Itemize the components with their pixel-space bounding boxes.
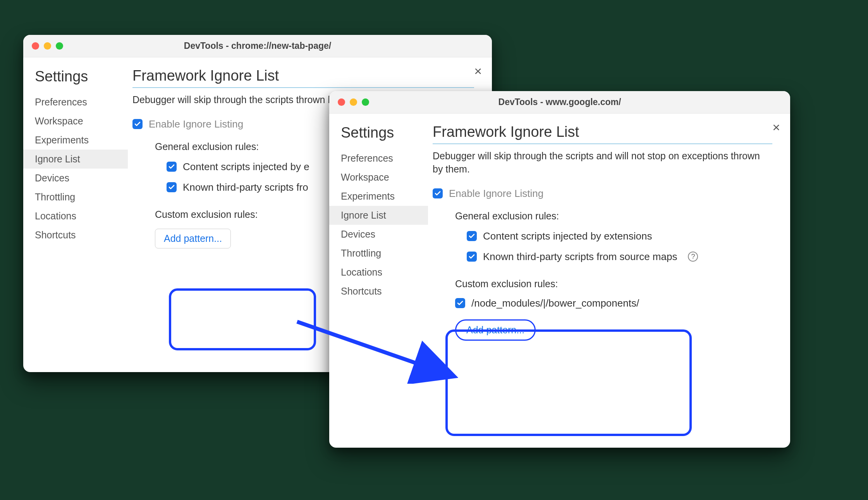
maximize-dot-icon[interactable] (56, 42, 63, 50)
sidebar-item-experiments[interactable]: Experiments (23, 131, 128, 150)
add-pattern-button[interactable]: Add pattern... (455, 319, 536, 341)
titlebar: DevTools - www.google.com/ (329, 91, 790, 114)
sidebar-item-shortcuts[interactable]: Shortcuts (23, 226, 128, 245)
custom-rules-heading: Custom exclusion rules: (455, 278, 772, 290)
page-heading: Framework Ignore List (132, 67, 474, 88)
help-icon[interactable]: ? (688, 252, 698, 262)
close-dot-icon[interactable] (338, 98, 345, 106)
titlebar: DevTools - chrome://new-tab-page/ (23, 35, 492, 57)
enable-ignore-listing-label: Enable Ignore Listing (449, 188, 543, 200)
sidebar-item-shortcuts[interactable]: Shortcuts (329, 282, 428, 301)
sidebar-item-preferences[interactable]: Preferences (23, 93, 128, 112)
close-icon[interactable]: × (772, 121, 780, 134)
sidebar-item-ignore-list[interactable]: Ignore List (23, 150, 128, 169)
window-body: × Settings Preferences Workspace Experim… (329, 114, 790, 448)
traffic-lights (338, 98, 369, 106)
sidebar-item-devices[interactable]: Devices (329, 225, 428, 244)
content-scripts-label: Content scripts injected by extensions (483, 230, 652, 242)
settings-sidebar: Settings Preferences Workspace Experimen… (23, 57, 128, 372)
content-scripts-label: Content scripts injected by e (183, 161, 309, 173)
minimize-dot-icon[interactable] (350, 98, 357, 106)
enable-ignore-listing-checkbox[interactable] (132, 119, 143, 129)
custom-pattern-checkbox[interactable] (455, 298, 465, 308)
sidebar-title: Settings (23, 67, 128, 93)
traffic-lights (32, 42, 63, 50)
known-thirdparty-label: Known third-party scripts from source ma… (483, 251, 677, 263)
sidebar-item-preferences[interactable]: Preferences (329, 149, 428, 168)
enable-ignore-listing-label: Enable Ignore Listing (149, 118, 243, 130)
known-thirdparty-checkbox[interactable] (467, 252, 477, 262)
settings-content: Framework Ignore List Debugger will skip… (428, 114, 790, 448)
content-scripts-checkbox[interactable] (467, 231, 477, 241)
sidebar-item-throttling[interactable]: Throttling (329, 244, 428, 263)
page-description: Debugger will skip through the scripts a… (433, 150, 772, 176)
sidebar-item-throttling[interactable]: Throttling (23, 188, 128, 207)
minimize-dot-icon[interactable] (44, 42, 51, 50)
known-thirdparty-checkbox[interactable] (167, 182, 177, 192)
enable-ignore-listing-checkbox[interactable] (433, 188, 443, 198)
sidebar-item-workspace[interactable]: Workspace (23, 112, 128, 131)
add-pattern-button[interactable]: Add pattern... (155, 229, 231, 248)
maximize-dot-icon[interactable] (362, 98, 369, 106)
sidebar-item-ignore-list[interactable]: Ignore List (329, 206, 428, 225)
window-title: DevTools - www.google.com/ (329, 97, 790, 107)
content-scripts-checkbox[interactable] (167, 162, 177, 172)
close-icon[interactable]: × (474, 64, 482, 78)
known-thirdparty-label: Known third-party scripts fro (183, 181, 308, 193)
sidebar-item-workspace[interactable]: Workspace (329, 168, 428, 187)
sidebar-item-locations[interactable]: Locations (329, 263, 428, 282)
page-heading: Framework Ignore List (433, 124, 772, 144)
close-dot-icon[interactable] (32, 42, 39, 50)
sidebar-item-locations[interactable]: Locations (23, 207, 128, 226)
sidebar-title: Settings (329, 123, 428, 149)
sidebar-item-experiments[interactable]: Experiments (329, 187, 428, 206)
devtools-window-right: DevTools - www.google.com/ × Settings Pr… (329, 91, 790, 448)
sidebar-item-devices[interactable]: Devices (23, 169, 128, 188)
settings-sidebar: Settings Preferences Workspace Experimen… (329, 114, 428, 448)
custom-pattern-label: /node_modules/|/bower_components/ (471, 297, 639, 309)
general-rules-heading: General exclusion rules: (455, 210, 772, 222)
window-title: DevTools - chrome://new-tab-page/ (23, 41, 492, 51)
